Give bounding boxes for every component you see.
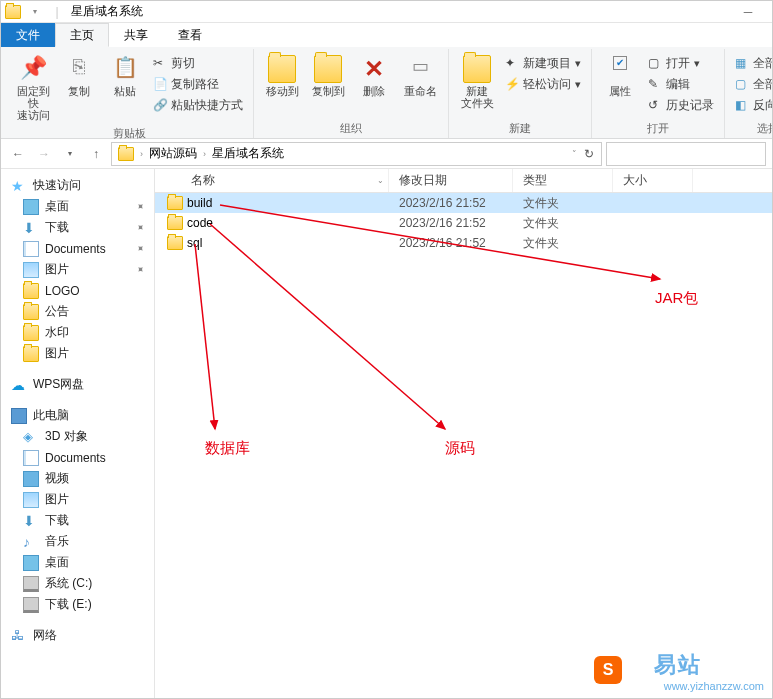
selectnone-icon: ▢ bbox=[735, 77, 749, 91]
file-type: 文件夹 bbox=[513, 195, 613, 212]
sidebar-drive-c[interactable]: 系统 (C:) bbox=[5, 573, 154, 594]
open-button[interactable]: ▢打开 ▾ bbox=[644, 53, 718, 73]
tab-home[interactable]: 主页 bbox=[55, 23, 109, 47]
select-group-label: 选择 bbox=[757, 120, 773, 136]
window-title: 星盾域名系统 bbox=[71, 3, 143, 20]
minimize-button[interactable]: ─ bbox=[728, 1, 768, 23]
rename-button[interactable]: ▭ 重命名 bbox=[398, 51, 442, 101]
sidebar-pictures3[interactable]: 图片 bbox=[5, 489, 154, 510]
sidebar-logo[interactable]: LOGO bbox=[5, 280, 154, 301]
sidebar-network[interactable]: 🖧网络 bbox=[5, 625, 154, 646]
easyaccess-button[interactable]: ⚡轻松访问 ▾ bbox=[501, 74, 585, 94]
chevron-right-icon[interactable]: › bbox=[140, 149, 143, 159]
folder-icon bbox=[23, 304, 39, 320]
sidebar-drive-e[interactable]: 下载 (E:) bbox=[5, 594, 154, 615]
sidebar-notice[interactable]: 公告 bbox=[5, 301, 154, 322]
sidebar-videos[interactable]: 视频 bbox=[5, 468, 154, 489]
sidebar-pictures[interactable]: 图片✦ bbox=[5, 259, 154, 280]
recent-button[interactable]: ▾ bbox=[59, 143, 81, 165]
col-date[interactable]: 修改日期 bbox=[389, 169, 513, 192]
cut-button[interactable]: ✂剪切 bbox=[149, 53, 247, 73]
navigation-pane[interactable]: ★快速访问 桌面✦ ⬇下载✦ Documents✦ 图片✦ LOGO 公告 水印… bbox=[1, 169, 155, 698]
selectall-button[interactable]: ▦全部选择 bbox=[731, 53, 773, 73]
table-row[interactable]: build2023/2/16 21:52文件夹 bbox=[155, 193, 772, 213]
file-date: 2023/2/16 21:52 bbox=[389, 196, 513, 210]
chevron-down-icon[interactable]: ⌄ bbox=[377, 176, 384, 185]
copy-icon: ⎘ bbox=[65, 55, 93, 83]
divider-icon: | bbox=[49, 4, 65, 20]
download-icon: ⬇ bbox=[23, 513, 39, 529]
sidebar-3dobjects[interactable]: ◈3D 对象 bbox=[5, 426, 154, 447]
annotation-jar: JAR包 bbox=[655, 289, 698, 308]
newfolder-button[interactable]: 新建 文件夹 bbox=[455, 51, 499, 113]
invert-button[interactable]: ◧反向选择 bbox=[731, 95, 773, 115]
back-button[interactable]: ← bbox=[7, 143, 29, 165]
sidebar-documents[interactable]: Documents✦ bbox=[5, 238, 154, 259]
properties-button[interactable]: ✔ 属性 bbox=[598, 51, 642, 101]
pictures-icon bbox=[23, 492, 39, 508]
music-icon: ♪ bbox=[23, 534, 39, 550]
file-list[interactable]: 名称⌄ 修改日期 类型 大小 build2023/2/16 21:52文件夹co… bbox=[155, 169, 772, 698]
newitem-button[interactable]: ✦新建项目 ▾ bbox=[501, 53, 585, 73]
up-button[interactable]: ↑ bbox=[85, 143, 107, 165]
copypath-icon: 📄 bbox=[153, 77, 167, 91]
copypath-button[interactable]: 📄复制路径 bbox=[149, 74, 247, 94]
paste-shortcut-button[interactable]: 🔗粘贴快捷方式 bbox=[149, 95, 247, 115]
pin-quickaccess-button[interactable]: 📌 固定到快 速访问 bbox=[11, 51, 55, 125]
history-button[interactable]: ↺历史记录 bbox=[644, 95, 718, 115]
col-size[interactable]: 大小 bbox=[613, 169, 693, 192]
sidebar-desktop2[interactable]: 桌面 bbox=[5, 552, 154, 573]
sidebar-watermark[interactable]: 水印 bbox=[5, 322, 154, 343]
invert-icon: ◧ bbox=[735, 98, 749, 112]
forward-button[interactable]: → bbox=[33, 143, 55, 165]
paste-button[interactable]: 📋 粘贴 bbox=[103, 51, 147, 101]
pin-icon: ✦ bbox=[133, 242, 146, 255]
table-row[interactable]: sql2023/2/16 21:52文件夹 bbox=[155, 233, 772, 253]
file-type: 文件夹 bbox=[513, 215, 613, 232]
folder-icon bbox=[23, 283, 39, 299]
selectnone-button[interactable]: ▢全部取消 bbox=[731, 74, 773, 94]
cloud-icon: ☁ bbox=[11, 377, 27, 393]
sidebar-pictures2[interactable]: 图片 bbox=[5, 343, 154, 364]
sidebar-thispc[interactable]: 此电脑 bbox=[5, 405, 154, 426]
folder-icon bbox=[118, 147, 134, 161]
file-name: sql bbox=[187, 236, 202, 250]
delete-button[interactable]: ✕ 删除 bbox=[352, 51, 396, 101]
copyto-button[interactable]: 复制到 bbox=[306, 51, 350, 101]
sidebar-wps[interactable]: ☁WPS网盘 bbox=[5, 374, 154, 395]
moveto-icon bbox=[268, 55, 296, 83]
edit-button[interactable]: ✎编辑 bbox=[644, 74, 718, 94]
dropdown-icon[interactable]: ▾ bbox=[27, 4, 43, 20]
copy-button[interactable]: ⎘ 复制 bbox=[57, 51, 101, 101]
tab-view[interactable]: 查看 bbox=[163, 23, 217, 47]
file-date: 2023/2/16 21:52 bbox=[389, 216, 513, 230]
moveto-button[interactable]: 移动到 bbox=[260, 51, 304, 101]
table-row[interactable]: code2023/2/16 21:52文件夹 bbox=[155, 213, 772, 233]
col-type[interactable]: 类型 bbox=[513, 169, 613, 192]
refresh-button[interactable]: ↻ bbox=[579, 147, 599, 161]
rename-icon: ▭ bbox=[406, 55, 434, 83]
sidebar-downloads[interactable]: ⬇下载✦ bbox=[5, 217, 154, 238]
col-name[interactable]: 名称⌄ bbox=[155, 169, 389, 192]
breadcrumb-seg-2[interactable]: 星盾域名系统 bbox=[208, 145, 288, 162]
sidebar-documents2[interactable]: Documents bbox=[5, 447, 154, 468]
history-icon: ↺ bbox=[648, 98, 662, 112]
search-input[interactable]: 搜索"星盾域名系统" bbox=[606, 142, 766, 166]
chevron-right-icon[interactable]: › bbox=[203, 149, 206, 159]
pin-icon: 📌 bbox=[19, 55, 47, 83]
sogou-logo: S bbox=[594, 656, 622, 684]
chevron-down-icon[interactable]: ˅ bbox=[572, 149, 577, 159]
star-icon: ★ bbox=[11, 178, 27, 194]
svg-line-1 bbox=[210, 224, 445, 429]
sidebar-downloads2[interactable]: ⬇下载 bbox=[5, 510, 154, 531]
breadcrumb-seg-1[interactable]: 网站源码 bbox=[145, 145, 201, 162]
sidebar-desktop[interactable]: 桌面✦ bbox=[5, 196, 154, 217]
tab-share[interactable]: 共享 bbox=[109, 23, 163, 47]
folder-icon bbox=[167, 236, 183, 250]
quick-access[interactable]: ★快速访问 bbox=[5, 175, 154, 196]
annotation-db: 数据库 bbox=[205, 439, 250, 458]
tab-file[interactable]: 文件 bbox=[1, 23, 55, 47]
breadcrumb[interactable]: › 网站源码 › 星盾域名系统 ˅ ↻ bbox=[111, 142, 602, 166]
sidebar-music[interactable]: ♪音乐 bbox=[5, 531, 154, 552]
pin-icon: ✦ bbox=[133, 200, 146, 213]
